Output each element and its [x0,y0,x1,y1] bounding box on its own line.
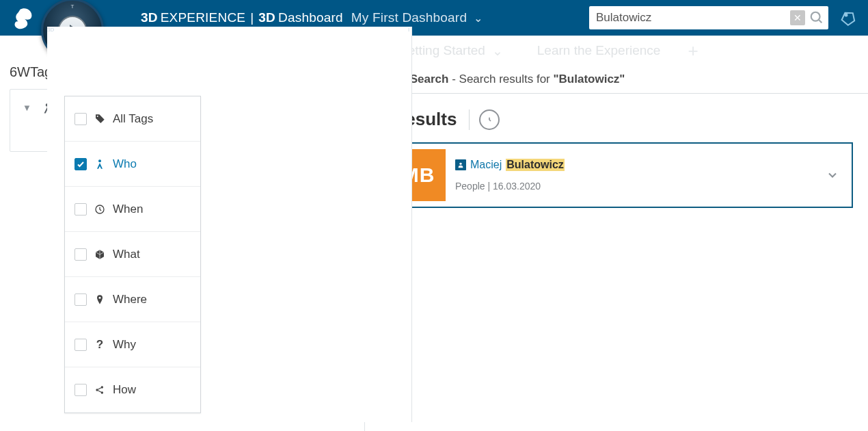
cube-icon [94,249,106,260]
search-results-title: 3DSearch - Search results for "Bulatowic… [395,73,625,86]
tag-icon[interactable] [841,10,857,26]
global-search[interactable]: ✕ [589,6,828,29]
share-icon [94,384,106,395]
svg-point-12 [98,296,100,298]
sixw-option-what[interactable]: What [65,232,200,277]
svg-point-9 [97,116,98,117]
dashboard-name[interactable]: My First Dashboard [351,10,467,25]
sixw-option-who[interactable]: Who [65,142,200,187]
brand-experience: EXPERIENCE [161,10,245,25]
top-bar: T V.R 3D I 3DEXPERIENCE | 3DDashboard My… [0,0,868,36]
question-icon: ? [94,338,106,352]
result-card[interactable]: MB Maciej Bulatowicz People | 16.03.2020 [373,142,853,208]
option-label: What [113,248,140,261]
who-icon [94,159,106,170]
option-label: When [113,203,143,216]
dashboard-tabs: ➔ Getting Started ⌄ Learn the Experience… [365,36,868,66]
checkbox-icon[interactable] [74,203,87,216]
sixw-option-where[interactable]: Where [65,277,200,322]
clear-search-button[interactable]: ✕ [790,10,805,25]
chevron-down-icon[interactable] [826,168,839,182]
add-tab-button[interactable]: + [688,40,698,62]
checkbox-icon[interactable] [74,113,87,125]
tab-label: Learn the Experience [537,43,661,58]
option-label: All Tags [113,112,153,126]
option-label: How [113,383,136,397]
result-last-name-highlight: Bulatowicz [506,159,565,171]
result-name[interactable]: Maciej Bulatowicz [455,159,816,171]
brand-dash-3d: 3D [258,10,275,25]
brand-3d: 3D [141,10,158,25]
search-icon[interactable] [809,10,824,25]
collapse-icon[interactable]: ▼ [23,103,31,113]
chevron-down-icon[interactable]: ⌄ [492,43,503,59]
ds-logo[interactable] [11,4,38,31]
sixw-option-how[interactable]: How [65,367,200,413]
option-label: Who [113,157,137,171]
search-title-row: 3DSearch - Search results for "Bulatowic… [365,66,868,94]
person-icon [455,159,466,170]
option-label: Where [113,293,147,306]
svg-point-10 [98,159,101,162]
svg-point-16 [459,163,461,165]
sixw-option-why[interactable]: ? Why [65,322,200,367]
option-label: Why [113,338,136,352]
result-first-name: Maciej [470,159,502,171]
checkbox-icon[interactable] [74,293,87,306]
result-meta: People | 16.03.2020 [455,181,816,192]
compass-label-top: T [71,3,74,10]
sixw-option-all-tags[interactable]: All Tags [65,96,200,142]
dashboard-dropdown-icon[interactable]: ⌄ [474,12,483,25]
checkbox-icon[interactable] [74,339,87,351]
divider [469,109,470,130]
sixw-option-when[interactable]: When [65,187,200,232]
checkbox-icon[interactable] [74,158,87,170]
tab-learn-experience[interactable]: Learn the Experience [537,43,661,58]
checkbox-icon[interactable] [74,384,87,396]
checkbox-icon[interactable] [74,248,87,261]
pin-icon [94,294,106,305]
brand-title: 3DEXPERIENCE | 3DDashboard My First Dash… [141,10,483,25]
svg-line-1 [819,20,822,23]
sixw-dropdown[interactable]: All Tags Who When What Where ? Why How [64,96,201,413]
main-content: ➔ Getting Started ⌄ Learn the Experience… [365,36,868,431]
search-input[interactable] [596,11,790,25]
history-icon[interactable] [479,109,500,130]
brand-dashboard: Dashboard [278,10,343,25]
svg-point-0 [811,12,820,21]
clock-icon [94,204,106,215]
tag-icon [94,114,106,125]
svg-point-2 [845,14,847,16]
compass-launcher[interactable]: T V.R 3D I [41,0,104,62]
results-header: 1 Results [365,94,868,133]
